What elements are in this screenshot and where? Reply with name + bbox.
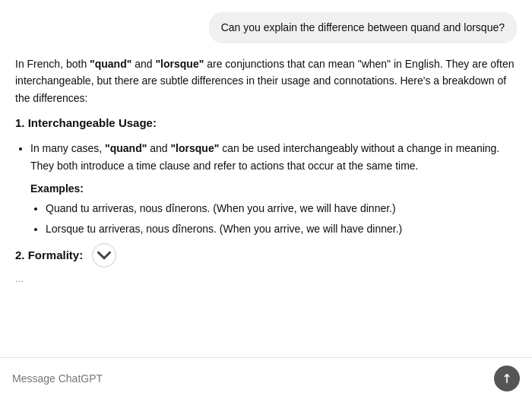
- assistant-intro-text: In French, both: [15, 58, 87, 70]
- bullet1-quand-bold: "quand": [105, 142, 147, 154]
- scroll-down-button[interactable]: [92, 243, 116, 268]
- section1-bullet1: In many cases, "quand" and "lorsque" can…: [30, 140, 517, 237]
- message-input[interactable]: [12, 372, 486, 385]
- section1-heading: 1. Interchangeable Usage:: [15, 114, 517, 132]
- bullet1-lorsque: "lorsque": [170, 142, 219, 154]
- bullet1-lorsque-bold: "lorsque": [170, 142, 219, 154]
- user-bubble: Can you explain the difference between q…: [209, 12, 517, 43]
- quand-bold: "quand": [90, 58, 131, 70]
- lorsque-text: "lorsque": [155, 58, 204, 70]
- user-message-row: Can you explain the difference between q…: [15, 12, 517, 43]
- input-bar: [0, 357, 532, 399]
- section2-heading: 2. Formality:: [15, 246, 83, 264]
- send-button[interactable]: [494, 366, 520, 391]
- cut-off-preview: ...: [15, 271, 517, 287]
- and1-text: and: [135, 58, 152, 70]
- quand-text: "quand": [90, 58, 131, 70]
- example2: Lorsque tu arriveras, nous dînerons. (Wh…: [46, 220, 517, 237]
- examples-label: Examples:: [30, 180, 517, 197]
- example1: Quand tu arriveras, nous dînerons. (When…: [46, 200, 517, 217]
- section2-row: 2. Formality:: [15, 243, 517, 268]
- cut-off-text-content: ...: [15, 273, 24, 284]
- chat-area: Can you explain the difference between q…: [0, 0, 532, 357]
- section1-list: In many cases, "quand" and "lorsque" can…: [15, 140, 517, 237]
- bullet1-and: and: [150, 142, 170, 154]
- examples-list: Quand tu arriveras, nous dînerons. (When…: [30, 200, 517, 237]
- assistant-message: In French, both "quand" and "lorsque" ar…: [15, 55, 517, 287]
- lorsque-bold: "lorsque": [155, 58, 204, 70]
- assistant-intro-para: In French, both "quand" and "lorsque" ar…: [15, 55, 517, 106]
- user-message-text: Can you explain the difference between q…: [221, 21, 505, 33]
- bullet1-intro: In many cases,: [30, 142, 102, 154]
- bullet1-quand: "quand": [105, 142, 147, 154]
